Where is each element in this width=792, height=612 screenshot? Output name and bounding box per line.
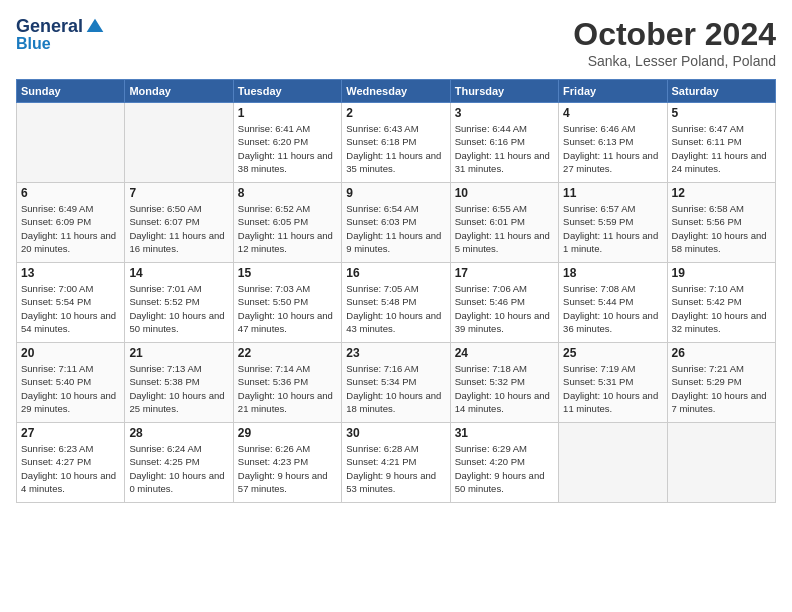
calendar-day-cell: 23Sunrise: 7:16 AMSunset: 5:34 PMDayligh… [342, 343, 450, 423]
day-number: 18 [563, 266, 662, 280]
weekday-header-row: SundayMondayTuesdayWednesdayThursdayFrid… [17, 80, 776, 103]
calendar-day-cell: 6Sunrise: 6:49 AMSunset: 6:09 PMDaylight… [17, 183, 125, 263]
day-info: Sunrise: 6:58 AMSunset: 5:56 PMDaylight:… [672, 202, 771, 255]
calendar-body: 1Sunrise: 6:41 AMSunset: 6:20 PMDaylight… [17, 103, 776, 503]
day-info: Sunrise: 6:46 AMSunset: 6:13 PMDaylight:… [563, 122, 662, 175]
day-number: 8 [238, 186, 337, 200]
calendar-day-cell: 7Sunrise: 6:50 AMSunset: 6:07 PMDaylight… [125, 183, 233, 263]
day-number: 1 [238, 106, 337, 120]
day-info: Sunrise: 7:21 AMSunset: 5:29 PMDaylight:… [672, 362, 771, 415]
day-number: 28 [129, 426, 228, 440]
calendar-day-cell: 4Sunrise: 6:46 AMSunset: 6:13 PMDaylight… [559, 103, 667, 183]
day-number: 30 [346, 426, 445, 440]
day-info: Sunrise: 6:43 AMSunset: 6:18 PMDaylight:… [346, 122, 445, 175]
day-info: Sunrise: 7:16 AMSunset: 5:34 PMDaylight:… [346, 362, 445, 415]
calendar-day-cell: 29Sunrise: 6:26 AMSunset: 4:23 PMDayligh… [233, 423, 341, 503]
day-info: Sunrise: 7:11 AMSunset: 5:40 PMDaylight:… [21, 362, 120, 415]
day-info: Sunrise: 6:55 AMSunset: 6:01 PMDaylight:… [455, 202, 554, 255]
title-area: October 2024 Sanka, Lesser Poland, Polan… [573, 16, 776, 69]
calendar-day-cell: 17Sunrise: 7:06 AMSunset: 5:46 PMDayligh… [450, 263, 558, 343]
calendar-day-cell: 3Sunrise: 6:44 AMSunset: 6:16 PMDaylight… [450, 103, 558, 183]
day-number: 4 [563, 106, 662, 120]
day-info: Sunrise: 6:52 AMSunset: 6:05 PMDaylight:… [238, 202, 337, 255]
logo-blue: Blue [16, 35, 51, 53]
calendar-day-cell: 2Sunrise: 6:43 AMSunset: 6:18 PMDaylight… [342, 103, 450, 183]
day-info: Sunrise: 7:18 AMSunset: 5:32 PMDaylight:… [455, 362, 554, 415]
day-number: 13 [21, 266, 120, 280]
calendar-week-row: 6Sunrise: 6:49 AMSunset: 6:09 PMDaylight… [17, 183, 776, 263]
day-info: Sunrise: 6:57 AMSunset: 5:59 PMDaylight:… [563, 202, 662, 255]
day-info: Sunrise: 6:49 AMSunset: 6:09 PMDaylight:… [21, 202, 120, 255]
calendar-day-cell: 12Sunrise: 6:58 AMSunset: 5:56 PMDayligh… [667, 183, 775, 263]
calendar-day-cell [125, 103, 233, 183]
day-info: Sunrise: 7:10 AMSunset: 5:42 PMDaylight:… [672, 282, 771, 335]
day-number: 2 [346, 106, 445, 120]
day-info: Sunrise: 6:54 AMSunset: 6:03 PMDaylight:… [346, 202, 445, 255]
calendar-day-cell: 31Sunrise: 6:29 AMSunset: 4:20 PMDayligh… [450, 423, 558, 503]
calendar-day-cell: 11Sunrise: 6:57 AMSunset: 5:59 PMDayligh… [559, 183, 667, 263]
month-title: October 2024 [573, 16, 776, 53]
day-info: Sunrise: 6:23 AMSunset: 4:27 PMDaylight:… [21, 442, 120, 495]
day-info: Sunrise: 7:08 AMSunset: 5:44 PMDaylight:… [563, 282, 662, 335]
day-number: 14 [129, 266, 228, 280]
logo: General Blue [16, 16, 105, 53]
day-number: 17 [455, 266, 554, 280]
location: Sanka, Lesser Poland, Poland [573, 53, 776, 69]
day-number: 11 [563, 186, 662, 200]
calendar-day-cell: 10Sunrise: 6:55 AMSunset: 6:01 PMDayligh… [450, 183, 558, 263]
day-info: Sunrise: 6:26 AMSunset: 4:23 PMDaylight:… [238, 442, 337, 495]
weekday-header-cell: Saturday [667, 80, 775, 103]
day-info: Sunrise: 6:29 AMSunset: 4:20 PMDaylight:… [455, 442, 554, 495]
calendar-day-cell: 24Sunrise: 7:18 AMSunset: 5:32 PMDayligh… [450, 343, 558, 423]
day-number: 6 [21, 186, 120, 200]
logo-general: General [16, 16, 83, 37]
logo-icon [85, 17, 105, 37]
day-info: Sunrise: 7:01 AMSunset: 5:52 PMDaylight:… [129, 282, 228, 335]
day-number: 10 [455, 186, 554, 200]
weekday-header-cell: Tuesday [233, 80, 341, 103]
day-info: Sunrise: 7:00 AMSunset: 5:54 PMDaylight:… [21, 282, 120, 335]
day-number: 24 [455, 346, 554, 360]
day-number: 19 [672, 266, 771, 280]
day-number: 21 [129, 346, 228, 360]
day-info: Sunrise: 7:06 AMSunset: 5:46 PMDaylight:… [455, 282, 554, 335]
day-number: 25 [563, 346, 662, 360]
calendar-day-cell: 18Sunrise: 7:08 AMSunset: 5:44 PMDayligh… [559, 263, 667, 343]
weekday-header-cell: Wednesday [342, 80, 450, 103]
day-number: 20 [21, 346, 120, 360]
calendar-week-row: 20Sunrise: 7:11 AMSunset: 5:40 PMDayligh… [17, 343, 776, 423]
calendar-day-cell: 14Sunrise: 7:01 AMSunset: 5:52 PMDayligh… [125, 263, 233, 343]
weekday-header-cell: Friday [559, 80, 667, 103]
day-info: Sunrise: 7:13 AMSunset: 5:38 PMDaylight:… [129, 362, 228, 415]
calendar-week-row: 1Sunrise: 6:41 AMSunset: 6:20 PMDaylight… [17, 103, 776, 183]
day-info: Sunrise: 6:47 AMSunset: 6:11 PMDaylight:… [672, 122, 771, 175]
calendar-day-cell: 20Sunrise: 7:11 AMSunset: 5:40 PMDayligh… [17, 343, 125, 423]
weekday-header-cell: Thursday [450, 80, 558, 103]
calendar-day-cell [17, 103, 125, 183]
calendar-day-cell: 25Sunrise: 7:19 AMSunset: 5:31 PMDayligh… [559, 343, 667, 423]
calendar-week-row: 13Sunrise: 7:00 AMSunset: 5:54 PMDayligh… [17, 263, 776, 343]
svg-marker-0 [87, 18, 104, 31]
day-number: 9 [346, 186, 445, 200]
weekday-header-cell: Monday [125, 80, 233, 103]
calendar-day-cell: 26Sunrise: 7:21 AMSunset: 5:29 PMDayligh… [667, 343, 775, 423]
calendar-day-cell [559, 423, 667, 503]
header: General Blue October 2024 Sanka, Lesser … [16, 16, 776, 69]
day-number: 15 [238, 266, 337, 280]
calendar-day-cell: 28Sunrise: 6:24 AMSunset: 4:25 PMDayligh… [125, 423, 233, 503]
day-number: 5 [672, 106, 771, 120]
day-number: 3 [455, 106, 554, 120]
calendar-day-cell: 8Sunrise: 6:52 AMSunset: 6:05 PMDaylight… [233, 183, 341, 263]
calendar-table: SundayMondayTuesdayWednesdayThursdayFrid… [16, 79, 776, 503]
calendar-day-cell: 27Sunrise: 6:23 AMSunset: 4:27 PMDayligh… [17, 423, 125, 503]
day-number: 16 [346, 266, 445, 280]
day-info: Sunrise: 7:03 AMSunset: 5:50 PMDaylight:… [238, 282, 337, 335]
day-number: 7 [129, 186, 228, 200]
day-info: Sunrise: 7:05 AMSunset: 5:48 PMDaylight:… [346, 282, 445, 335]
calendar-day-cell: 21Sunrise: 7:13 AMSunset: 5:38 PMDayligh… [125, 343, 233, 423]
day-number: 12 [672, 186, 771, 200]
calendar-day-cell [667, 423, 775, 503]
day-info: Sunrise: 6:50 AMSunset: 6:07 PMDaylight:… [129, 202, 228, 255]
calendar-day-cell: 30Sunrise: 6:28 AMSunset: 4:21 PMDayligh… [342, 423, 450, 503]
calendar-day-cell: 19Sunrise: 7:10 AMSunset: 5:42 PMDayligh… [667, 263, 775, 343]
